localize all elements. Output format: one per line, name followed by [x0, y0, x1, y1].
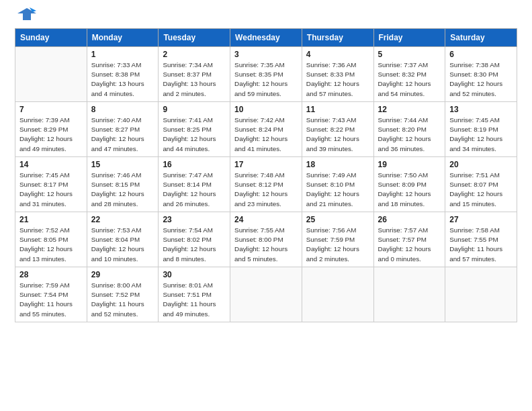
- day-info: Sunrise: 7:49 AM Sunset: 8:10 PM Dayligh…: [306, 171, 369, 209]
- day-number: 8: [91, 105, 154, 114]
- day-number: 29: [91, 270, 154, 279]
- table-row: 5Sunrise: 7:37 AM Sunset: 8:32 PM Daylig…: [373, 47, 445, 102]
- day-info: Sunrise: 7:47 AM Sunset: 8:14 PM Dayligh…: [163, 171, 226, 209]
- day-number: 1: [91, 50, 154, 59]
- day-info: Sunrise: 7:56 AM Sunset: 7:59 PM Dayligh…: [306, 226, 369, 264]
- table-row: 11Sunrise: 7:43 AM Sunset: 8:22 PM Dayli…: [302, 102, 373, 157]
- day-number: 20: [449, 160, 513, 169]
- day-info: Sunrise: 7:54 AM Sunset: 8:02 PM Dayligh…: [163, 226, 226, 264]
- day-number: 15: [91, 160, 154, 169]
- table-row: [445, 267, 517, 322]
- table-row: 15Sunrise: 7:46 AM Sunset: 8:15 PM Dayli…: [87, 157, 159, 212]
- table-row: 3Sunrise: 7:35 AM Sunset: 8:35 PM Daylig…: [230, 47, 302, 102]
- day-number: 6: [449, 50, 513, 59]
- table-row: 20Sunrise: 7:51 AM Sunset: 8:07 PM Dayli…: [445, 157, 517, 212]
- day-info: Sunrise: 7:53 AM Sunset: 8:04 PM Dayligh…: [91, 226, 154, 264]
- day-number: 12: [378, 105, 441, 114]
- day-info: Sunrise: 7:39 AM Sunset: 8:29 PM Dayligh…: [19, 116, 83, 154]
- day-number: 2: [163, 50, 226, 59]
- calendar-week-row: 21Sunrise: 7:52 AM Sunset: 8:05 PM Dayli…: [15, 212, 517, 267]
- day-info: Sunrise: 7:37 AM Sunset: 8:32 PM Dayligh…: [378, 60, 441, 99]
- table-row: 27Sunrise: 7:58 AM Sunset: 7:55 PM Dayli…: [445, 212, 517, 267]
- day-info: Sunrise: 7:44 AM Sunset: 8:20 PM Dayligh…: [378, 116, 441, 154]
- day-number: 22: [91, 215, 154, 224]
- day-number: 3: [234, 50, 298, 59]
- table-row: 17Sunrise: 7:48 AM Sunset: 8:12 PM Dayli…: [230, 157, 302, 212]
- day-info: Sunrise: 7:36 AM Sunset: 8:33 PM Dayligh…: [306, 60, 369, 99]
- day-info: Sunrise: 7:46 AM Sunset: 8:15 PM Dayligh…: [91, 171, 154, 209]
- day-number: 30: [163, 270, 226, 279]
- day-number: 14: [19, 160, 83, 169]
- calendar-week-row: 28Sunrise: 7:59 AM Sunset: 7:54 PM Dayli…: [15, 267, 517, 322]
- table-row: [373, 267, 445, 322]
- day-number: 17: [234, 160, 298, 169]
- day-info: Sunrise: 7:59 AM Sunset: 7:54 PM Dayligh…: [19, 281, 83, 319]
- table-row: 22Sunrise: 7:53 AM Sunset: 8:04 PM Dayli…: [87, 212, 159, 267]
- day-info: Sunrise: 7:45 AM Sunset: 8:17 PM Dayligh…: [19, 171, 83, 209]
- day-info: Sunrise: 7:42 AM Sunset: 8:24 PM Dayligh…: [234, 116, 298, 154]
- col-sunday: Sunday: [15, 29, 87, 47]
- col-saturday: Saturday: [445, 29, 517, 47]
- calendar-week-row: 7Sunrise: 7:39 AM Sunset: 8:29 PM Daylig…: [15, 102, 517, 157]
- table-row: 19Sunrise: 7:50 AM Sunset: 8:09 PM Dayli…: [373, 157, 445, 212]
- day-info: Sunrise: 7:55 AM Sunset: 8:00 PM Dayligh…: [234, 226, 298, 264]
- table-row: [230, 267, 302, 322]
- day-info: Sunrise: 7:43 AM Sunset: 8:22 PM Dayligh…: [306, 116, 369, 154]
- day-info: Sunrise: 7:40 AM Sunset: 8:27 PM Dayligh…: [91, 116, 154, 154]
- day-number: 16: [163, 160, 226, 169]
- day-info: Sunrise: 7:50 AM Sunset: 8:09 PM Dayligh…: [378, 171, 441, 209]
- day-info: Sunrise: 7:33 AM Sunset: 8:38 PM Dayligh…: [91, 60, 154, 99]
- col-tuesday: Tuesday: [159, 29, 230, 47]
- table-row: 4Sunrise: 7:36 AM Sunset: 8:33 PM Daylig…: [302, 47, 373, 102]
- table-row: 23Sunrise: 7:54 AM Sunset: 8:02 PM Dayli…: [159, 212, 230, 267]
- table-row: 21Sunrise: 7:52 AM Sunset: 8:05 PM Dayli…: [15, 212, 87, 267]
- day-info: Sunrise: 7:41 AM Sunset: 8:25 PM Dayligh…: [163, 116, 226, 154]
- day-info: Sunrise: 7:48 AM Sunset: 8:12 PM Dayligh…: [234, 171, 298, 209]
- table-row: 25Sunrise: 7:56 AM Sunset: 7:59 PM Dayli…: [302, 212, 373, 267]
- day-info: Sunrise: 7:52 AM Sunset: 8:05 PM Dayligh…: [19, 226, 83, 264]
- table-row: 16Sunrise: 7:47 AM Sunset: 8:14 PM Dayli…: [159, 157, 230, 212]
- day-number: 11: [306, 105, 369, 114]
- day-info: Sunrise: 7:34 AM Sunset: 8:37 PM Dayligh…: [163, 60, 226, 99]
- calendar-week-row: 14Sunrise: 7:45 AM Sunset: 8:17 PM Dayli…: [15, 157, 517, 212]
- table-row: 29Sunrise: 8:00 AM Sunset: 7:52 PM Dayli…: [87, 267, 159, 322]
- table-row: 12Sunrise: 7:44 AM Sunset: 8:20 PM Dayli…: [373, 102, 445, 157]
- table-row: 28Sunrise: 7:59 AM Sunset: 7:54 PM Dayli…: [15, 267, 87, 322]
- table-row: 9Sunrise: 7:41 AM Sunset: 8:25 PM Daylig…: [159, 102, 230, 157]
- table-row: 14Sunrise: 7:45 AM Sunset: 8:17 PM Dayli…: [15, 157, 87, 212]
- table-row: 2Sunrise: 7:34 AM Sunset: 8:37 PM Daylig…: [159, 47, 230, 102]
- table-row: 1Sunrise: 7:33 AM Sunset: 8:38 PM Daylig…: [87, 47, 159, 102]
- day-number: 26: [378, 215, 441, 224]
- table-row: 26Sunrise: 7:57 AM Sunset: 7:57 PM Dayli…: [373, 212, 445, 267]
- day-number: 19: [378, 160, 441, 169]
- col-friday: Friday: [373, 29, 445, 47]
- day-number: 10: [234, 105, 298, 114]
- col-wednesday: Wednesday: [230, 29, 302, 47]
- table-row: [15, 47, 87, 102]
- calendar-week-row: 1Sunrise: 7:33 AM Sunset: 8:38 PM Daylig…: [15, 47, 517, 102]
- day-number: 23: [163, 215, 226, 224]
- day-info: Sunrise: 7:51 AM Sunset: 8:07 PM Dayligh…: [449, 171, 513, 209]
- day-number: 9: [163, 105, 226, 114]
- table-row: 24Sunrise: 7:55 AM Sunset: 8:00 PM Dayli…: [230, 212, 302, 267]
- logo-bird-icon: [17, 7, 36, 24]
- day-number: 13: [449, 105, 513, 114]
- day-number: 27: [449, 215, 513, 224]
- day-info: Sunrise: 7:57 AM Sunset: 7:57 PM Dayligh…: [378, 226, 441, 264]
- col-thursday: Thursday: [302, 29, 373, 47]
- calendar-table: Sunday Monday Tuesday Wednesday Thursday…: [15, 28, 517, 322]
- logo: [15, 12, 36, 24]
- page: Sunday Monday Tuesday Wednesday Thursday…: [0, 0, 532, 411]
- day-number: 21: [19, 215, 83, 224]
- day-number: 4: [306, 50, 369, 59]
- calendar-header-row: Sunday Monday Tuesday Wednesday Thursday…: [15, 29, 517, 47]
- table-row: 10Sunrise: 7:42 AM Sunset: 8:24 PM Dayli…: [230, 102, 302, 157]
- day-info: Sunrise: 7:38 AM Sunset: 8:30 PM Dayligh…: [449, 60, 513, 99]
- table-row: 18Sunrise: 7:49 AM Sunset: 8:10 PM Dayli…: [302, 157, 373, 212]
- day-number: 25: [306, 215, 369, 224]
- table-row: 13Sunrise: 7:45 AM Sunset: 8:19 PM Dayli…: [445, 102, 517, 157]
- day-number: 18: [306, 160, 369, 169]
- day-number: 5: [378, 50, 441, 59]
- day-number: 7: [19, 105, 83, 114]
- day-number: 24: [234, 215, 298, 224]
